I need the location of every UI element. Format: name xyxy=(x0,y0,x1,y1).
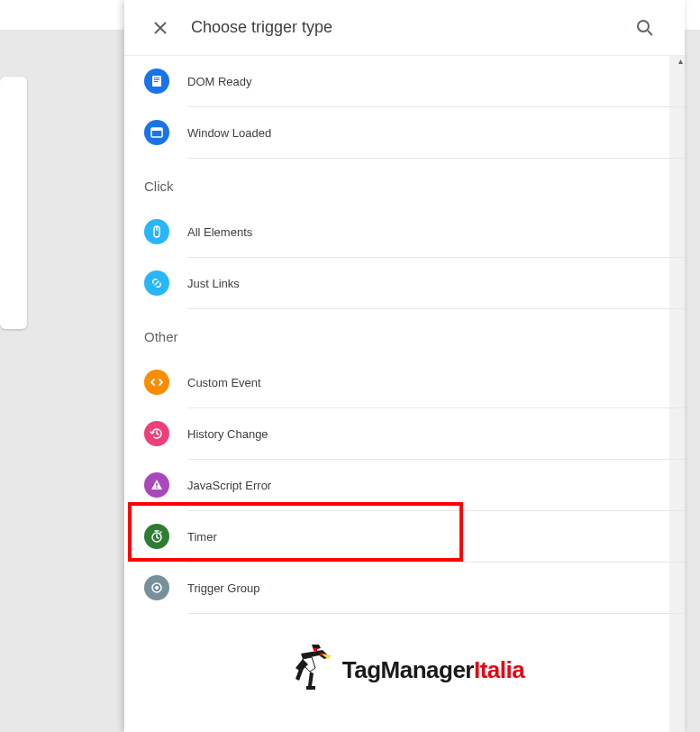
panel-header: Choose trigger type xyxy=(124,0,685,56)
history-icon xyxy=(144,421,169,446)
logo-text-2: Italia xyxy=(474,656,524,683)
logo: TagManagerItalia xyxy=(124,641,685,699)
category-label-other: Other xyxy=(124,309,685,357)
woodpecker-icon xyxy=(285,641,339,699)
trigger-label: History Change xyxy=(187,427,268,441)
trigger-label: JavaScript Error xyxy=(187,479,271,492)
search-icon xyxy=(636,19,654,37)
svg-rect-9 xyxy=(156,483,158,487)
error-icon xyxy=(144,472,169,498)
svg-rect-14 xyxy=(314,648,317,651)
trigger-label: Custom Event xyxy=(187,376,261,389)
trigger-item-just-links[interactable]: Just Links xyxy=(124,258,685,308)
trigger-label: Just Links xyxy=(187,277,240,290)
trigger-type-panel: Choose trigger type ▴ DOM Ready xyxy=(124,0,685,732)
trigger-item-javascript-error[interactable]: JavaScript Error xyxy=(124,460,685,510)
trigger-label: Trigger Group xyxy=(187,581,259,595)
trigger-list: DOM Ready Window Loaded Click All Elemen… xyxy=(124,56,685,726)
panel-title: Choose trigger type xyxy=(191,18,627,37)
svg-point-13 xyxy=(155,586,159,590)
trigger-item-custom-event[interactable]: Custom Event xyxy=(124,357,685,407)
logo-text-1: TagManager xyxy=(342,656,474,683)
link-icon xyxy=(144,270,169,296)
svg-point-15 xyxy=(319,654,322,656)
category-label-click: Click xyxy=(124,159,685,206)
group-icon xyxy=(144,575,169,600)
window-loaded-icon xyxy=(144,120,169,145)
dom-ready-icon xyxy=(144,69,169,94)
mouse-icon xyxy=(144,219,169,244)
svg-rect-4 xyxy=(154,81,158,82)
trigger-label: Timer xyxy=(187,530,217,544)
trigger-item-window-loaded[interactable]: Window Loaded xyxy=(124,107,685,158)
trigger-label: DOM Ready xyxy=(187,75,252,88)
close-icon xyxy=(153,21,168,35)
svg-point-0 xyxy=(638,21,649,32)
timer-icon xyxy=(144,524,169,549)
svg-rect-2 xyxy=(154,78,159,78)
trigger-item-dom-ready[interactable]: DOM Ready xyxy=(124,56,685,106)
svg-rect-10 xyxy=(156,488,158,490)
background-card xyxy=(0,77,27,329)
code-icon xyxy=(144,370,169,395)
trigger-item-trigger-group[interactable]: Trigger Group xyxy=(124,563,685,613)
svg-rect-3 xyxy=(154,79,159,80)
trigger-item-history-change[interactable]: History Change xyxy=(124,408,685,459)
search-button[interactable] xyxy=(627,10,663,46)
trigger-label: All Elements xyxy=(187,225,252,239)
trigger-item-all-elements[interactable]: All Elements xyxy=(124,206,685,257)
close-button[interactable] xyxy=(142,10,178,46)
divider xyxy=(187,613,685,614)
logo-text: TagManagerItalia xyxy=(342,656,524,684)
trigger-item-timer[interactable]: Timer xyxy=(124,511,685,562)
panel-body: DOM Ready Window Loaded Click All Elemen… xyxy=(124,56,685,732)
trigger-label: Window Loaded xyxy=(187,126,271,140)
svg-rect-6 xyxy=(151,128,162,131)
